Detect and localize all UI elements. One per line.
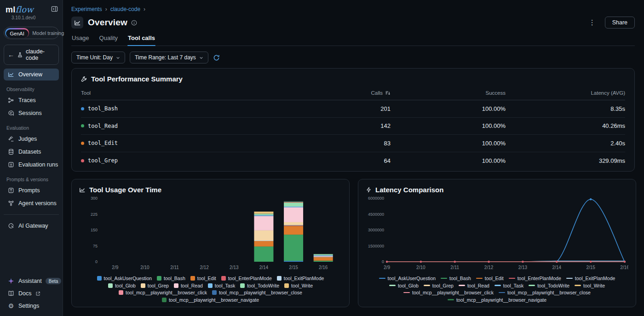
legend-item[interactable]: tool_EnterPlanMode bbox=[509, 276, 561, 281]
sidebar-item-evaluation-runs[interactable]: Evaluation runs bbox=[4, 159, 59, 171]
svg-text:150: 150 bbox=[91, 228, 98, 232]
svg-text:2/14: 2/14 bbox=[259, 265, 269, 270]
legend-label: tool_ExitPlanMode bbox=[284, 276, 324, 281]
breadcrumb-experiments-link[interactable]: Experiments bbox=[71, 6, 102, 12]
legend-swatch bbox=[208, 283, 213, 288]
legend-label: tool_Grep bbox=[432, 283, 454, 288]
bar-segment bbox=[284, 207, 303, 222]
legend-item[interactable]: tool_Read bbox=[459, 283, 489, 288]
mode-switch: GenAI Model training bbox=[4, 27, 59, 39]
legend-item[interactable]: tool_ExitPlanMode bbox=[566, 276, 615, 281]
bar-segment bbox=[284, 226, 303, 235]
legend-item[interactable]: tool_Grep bbox=[141, 283, 169, 288]
legend-item[interactable]: tool_Write bbox=[575, 283, 605, 288]
table-row[interactable]: tool_Edit83100.00%2.40s bbox=[81, 135, 625, 152]
legend-item[interactable]: tool_TodoWrite bbox=[240, 283, 279, 288]
tab-quality[interactable]: Quality bbox=[99, 34, 118, 46]
sidebar-item-prompts[interactable]: Prompts bbox=[4, 184, 59, 196]
legend-item[interactable]: tool_EnterPlanMode bbox=[221, 276, 272, 281]
bar-segment bbox=[314, 256, 333, 257]
legend-item[interactable]: tool_Bash bbox=[157, 276, 185, 281]
column-latency[interactable]: Latency (AVG) bbox=[506, 90, 625, 96]
sidebar-item-agent-versions[interactable]: Agent versions bbox=[4, 197, 59, 209]
legend-item[interactable]: tool_mcp__playwright__browser_close bbox=[499, 290, 591, 295]
line-chart-canvas[interactable]: 015000003000000450000060000002/92/102/11… bbox=[366, 194, 628, 273]
time-range-dropdown[interactable]: Time Range: Last 7 days bbox=[130, 52, 208, 63]
legend-item[interactable]: tool_AskUserQuestion bbox=[379, 276, 436, 281]
cell-success: 100.00% bbox=[391, 157, 506, 164]
legend-label: tool_Write bbox=[291, 283, 313, 288]
agent-versions-icon bbox=[7, 200, 15, 207]
assistant-sparkle-icon bbox=[7, 277, 15, 285]
legend-swatch bbox=[141, 283, 145, 288]
svg-text:2/12: 2/12 bbox=[484, 265, 494, 270]
legend-swatch bbox=[157, 276, 161, 281]
sidebar-item-assistant[interactable]: Assistant Beta bbox=[4, 275, 59, 287]
kebab-menu-icon[interactable]: ⋮ bbox=[586, 17, 598, 28]
legend-item[interactable]: tool_mcp__playwright__browser_navigate bbox=[162, 297, 259, 303]
share-button[interactable]: Share bbox=[605, 17, 635, 29]
table-row[interactable]: tool_Read142100.00%40.26ms bbox=[81, 118, 625, 135]
gear-icon: ⚙ bbox=[7, 302, 15, 310]
legend-item[interactable]: tool_Task bbox=[208, 283, 235, 288]
collapse-sidebar-icon[interactable] bbox=[51, 6, 58, 12]
model-training-mode-button[interactable]: Model training bbox=[29, 29, 67, 37]
legend-item[interactable]: tool_Bash bbox=[441, 276, 471, 281]
bar-segment bbox=[314, 254, 333, 255]
line-chart-icon bbox=[79, 187, 86, 193]
tool-color-dot bbox=[81, 142, 84, 145]
legend-item[interactable]: tool_Glob bbox=[389, 283, 419, 288]
legend-item[interactable]: tool_mcp__playwright__browser_close bbox=[212, 290, 302, 295]
column-success[interactable]: Success bbox=[391, 90, 506, 96]
sidebar-item-ai-gateway[interactable]: AI Gateway bbox=[4, 220, 59, 232]
tool-name: tool_Read bbox=[88, 123, 118, 129]
legend-swatch bbox=[566, 278, 573, 279]
svg-text:2/10: 2/10 bbox=[416, 265, 426, 270]
legend-swatch bbox=[448, 299, 454, 300]
experiment-selector[interactable]: ← claude-code bbox=[4, 45, 59, 65]
sidebar-item-docs[interactable]: Docs bbox=[4, 287, 59, 299]
legend-item[interactable]: tool_Edit bbox=[190, 276, 216, 281]
sidebar-item-settings[interactable]: ⚙ Settings bbox=[4, 300, 59, 312]
tab-tool-calls[interactable]: Tool calls bbox=[127, 34, 155, 46]
bar-segment bbox=[254, 216, 273, 230]
legend-item[interactable]: tool_Task bbox=[494, 283, 523, 288]
genai-mode-button[interactable]: GenAI bbox=[6, 29, 29, 38]
back-arrow-icon[interactable]: ← bbox=[8, 52, 14, 58]
breadcrumb-experiment-link[interactable]: claude-code bbox=[110, 6, 140, 12]
legend-item[interactable]: tool_mcp__playwright__browser_navigate bbox=[448, 297, 546, 303]
sidebar-item-traces[interactable]: Traces bbox=[4, 94, 59, 106]
legend-item[interactable]: tool_Edit bbox=[476, 276, 504, 281]
refresh-icon[interactable] bbox=[213, 54, 220, 61]
sidebar-item-overview[interactable]: Overview bbox=[4, 69, 59, 80]
bar-chart-canvas[interactable]: 0751502253002/92/102/112/122/132/142/152… bbox=[79, 194, 342, 273]
legend-item[interactable]: tool_ExitPlanMode bbox=[277, 276, 324, 281]
column-tool[interactable]: Tool bbox=[81, 90, 312, 96]
legend-swatch bbox=[575, 285, 581, 286]
svg-text:3000000: 3000000 bbox=[368, 228, 384, 232]
tool-name: tool_Grep bbox=[88, 157, 118, 164]
app-version: 3.10.1.dev0 bbox=[6, 15, 35, 20]
legend-label: tool_Edit bbox=[197, 276, 216, 281]
tool-performance-summary-card: Tool Performance Summary Tool Calls Succ… bbox=[71, 68, 635, 172]
legend-item[interactable]: tool_mcp__playwright__browser_click bbox=[119, 290, 207, 295]
time-unit-dropdown[interactable]: Time Unit: Day bbox=[71, 52, 125, 63]
legend-item[interactable]: tool_TodoWrite bbox=[529, 283, 569, 288]
legend-item[interactable]: tool_Grep bbox=[424, 283, 454, 288]
legend-item[interactable]: tool_Read bbox=[174, 283, 203, 288]
info-icon[interactable] bbox=[131, 20, 137, 26]
column-calls[interactable]: Calls bbox=[312, 90, 391, 96]
legend-item[interactable]: tool_mcp__playwright__browser_click bbox=[403, 290, 494, 295]
sidebar-item-datasets[interactable]: Datasets bbox=[4, 146, 59, 158]
legend-item[interactable]: tool_Glob bbox=[108, 283, 136, 288]
legend-item[interactable]: tool_Write bbox=[284, 283, 313, 288]
tab-usage[interactable]: Usage bbox=[71, 34, 90, 46]
section-observability: Observability bbox=[0, 81, 63, 94]
tool-name: tool_Bash bbox=[88, 105, 118, 112]
sidebar-item-sessions[interactable]: Sessions bbox=[4, 107, 59, 119]
legend-item[interactable]: tool_AskUserQuestion bbox=[97, 276, 152, 281]
table-row[interactable]: tool_Bash201100.00%8.35s bbox=[81, 100, 625, 118]
table-row[interactable]: tool_Grep64100.00%329.09ms bbox=[81, 152, 625, 170]
sidebar-item-judges[interactable]: Judges bbox=[4, 133, 59, 145]
latency-chart: 015000003000000450000060000002/92/102/11… bbox=[366, 194, 628, 303]
